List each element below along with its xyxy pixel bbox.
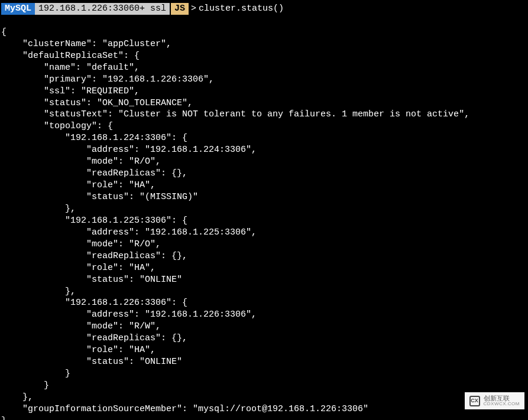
cluster-name-line: "clusterName": "appCluster", [1, 39, 171, 49]
default-replica-close: }, [1, 392, 33, 402]
mysql-badge: MySQL [1, 3, 35, 15]
node3-role: "role": "HA", [1, 345, 156, 355]
node1-mode: "mode": "R/O", [1, 157, 161, 167]
command-input[interactable]: cluster.status() [199, 3, 284, 15]
node1-role: "role": "HA", [1, 180, 156, 190]
node2-address: "address": "192.168.1.225:3306", [1, 227, 257, 237]
js-badge: JS [171, 3, 189, 15]
host-info: 192.168.1.226:33060+ ssl [35, 3, 170, 15]
node3-replicas: "readReplicas": {}, [1, 333, 187, 343]
prompt-arrow: > [189, 3, 199, 15]
prompt-line[interactable]: MySQL 192.168.1.226:33060+ ssl JS > clus… [0, 3, 528, 15]
node3-key: "192.168.1.226:3306": { [1, 298, 187, 308]
json-output: { "clusterName": "appCluster", "defaultR… [0, 15, 528, 420]
node3-mode: "mode": "R/W", [1, 321, 161, 331]
node2-close: }, [1, 286, 76, 297]
group-info-line: "groupInformationSourceMember": "mysql:/… [1, 404, 368, 414]
watermark: CX 创新互联 CDXWCX.COM [465, 392, 524, 409]
node1-status: "status": "(MISSING)" [1, 192, 198, 202]
node1-address: "address": "192.168.1.224:3306", [1, 145, 257, 155]
node2-replicas: "readReplicas": {}, [1, 251, 187, 261]
node3-address: "address": "192.168.1.226:3306", [1, 310, 257, 320]
default-replica-open: "defaultReplicaSet": { [1, 51, 140, 61]
brace-close: } [1, 416, 7, 420]
node2-key: "192.168.1.225:3306": { [1, 216, 187, 226]
node2-status: "status": "ONLINE" [1, 275, 182, 285]
name-line: "name": "default", [1, 63, 140, 73]
watermark-logo-icon: CX [469, 396, 480, 406]
topology-close: } [1, 380, 49, 390]
node3-close: } [1, 369, 70, 379]
topology-open: "topology": { [1, 121, 113, 131]
node2-mode: "mode": "R/O", [1, 239, 161, 249]
watermark-text: 创新互联 CDXWCX.COM [484, 395, 520, 407]
node2-role: "role": "HA", [1, 263, 156, 273]
node1-close: }, [1, 204, 76, 214]
ssl-line: "ssl": "REQUIRED", [1, 86, 140, 96]
node1-key: "192.168.1.224:3306": { [1, 133, 187, 143]
primary-line: "primary": "192.168.1.226:3306", [1, 74, 214, 84]
status-text-line: "statusText": "Cluster is NOT tolerant t… [1, 109, 469, 119]
node3-status: "status": "ONLINE" [1, 357, 182, 367]
terminal-window: MySQL 192.168.1.226:33060+ ssl JS > clus… [0, 0, 528, 420]
node1-replicas: "readReplicas": {}, [1, 168, 187, 178]
watermark-sub: CDXWCX.COM [484, 402, 520, 407]
status-line: "status": "OK_NO_TOLERANCE", [1, 98, 193, 108]
brace-open: { [1, 27, 7, 37]
